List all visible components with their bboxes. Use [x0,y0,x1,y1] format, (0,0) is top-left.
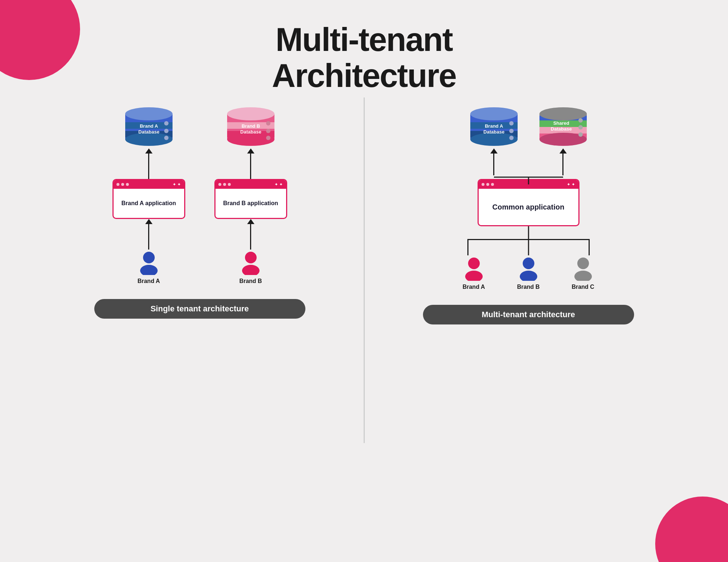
svg-text:Brand A: Brand A [484,123,503,129]
single-tenant-label: Single tenant architecture [94,299,305,319]
common-app-label: Common application [492,202,565,212]
multi-tenant-label: Multi-tenant architecture [423,305,634,324]
svg-point-10 [143,252,155,263]
browser-dot-2 [121,183,124,186]
svg-text:Brand A: Brand A [139,123,158,129]
brand-a-app: ✦ ✦ Brand A application [112,179,185,219]
svg-point-30 [509,129,514,133]
svg-point-29 [509,121,514,125]
single-tenant-section: Brand A Database ✦ ✦ [36,97,364,319]
brand-a-database: Brand A Database [123,105,174,148]
multi-brand-b-avatar [516,255,541,281]
svg-point-49 [520,271,537,281]
main-title: Multi-tenant Architecture [0,0,728,94]
svg-point-19 [266,136,270,140]
svg-point-22 [245,252,257,263]
svg-point-50 [577,258,589,269]
brand-b-avatar-icon [238,250,264,275]
brand-b-user-label: Brand B [239,278,262,284]
brand-a-user-label: Brand A [138,278,160,284]
multi-brand-c-avatar [570,255,596,281]
svg-point-7 [164,136,169,140]
brand-a-column: Brand A Database ✦ ✦ [112,105,185,284]
brand-b-app: ✦ ✦ Brand B application [214,179,287,219]
multi-brand-c-label: Brand C [571,284,594,290]
svg-point-46 [468,258,480,269]
svg-text:Brand B: Brand B [241,123,260,129]
brand-b-db-arrow [247,148,254,179]
brand-b-column: Brand B Database ✦ ✦ [214,105,287,284]
svg-text:Shared: Shared [553,120,569,126]
svg-text:Database: Database [240,129,261,135]
browser-dot-1 [116,183,119,186]
tree-connector [452,226,605,255]
multi-brand-a-database: Brand A Database [468,105,519,148]
svg-point-31 [509,136,514,140]
svg-point-18 [266,129,270,133]
browser-dot-3 [126,183,129,186]
svg-point-47 [465,271,483,281]
multi-db-row: Brand A Database [468,105,589,148]
svg-text:Database: Database [551,126,572,132]
svg-point-4 [125,107,173,120]
svg-point-43 [578,132,583,137]
multi-brand-a-label: Brand A [463,284,485,290]
svg-point-17 [266,121,270,125]
svg-text:Database: Database [483,129,505,135]
svg-text:Database: Database [138,129,159,135]
brand-a-user-arrow [145,219,153,250]
svg-point-11 [140,265,158,275]
multi-brand-a-user: Brand A [452,255,496,290]
svg-point-28 [470,107,518,120]
corner-decoration-bottom-right [655,497,728,562]
brand-a-app-label: Brand A application [122,199,176,207]
brand-a-db-arrow [145,148,153,179]
svg-point-42 [578,125,583,129]
brand-b-user: Brand B [238,250,264,284]
svg-point-23 [242,265,260,275]
brand-b-database: Brand B Database [225,105,276,148]
svg-point-6 [164,129,169,133]
multi-users-row: Brand A Brand B Brand C [452,255,605,290]
multi-tenant-section: Brand A Database [365,97,692,324]
brand-a-user: Brand A [136,250,162,284]
svg-point-48 [523,258,534,269]
svg-rect-40 [539,114,587,116]
svg-point-5 [164,121,169,125]
multi-brand-c-user: Brand C [561,255,605,290]
shared-database: Shared Database [538,105,589,148]
multi-top-connector [468,175,589,179]
multi-brand-a-avatar [461,255,487,281]
multi-brand-b-user: Brand B [507,255,550,290]
svg-point-41 [578,118,583,123]
brand-b-app-label: Brand B application [223,199,278,207]
common-app: ✦ ✦ Common application [478,179,579,226]
svg-point-16 [227,107,274,120]
multi-db-arrows [468,148,589,175]
svg-point-51 [574,271,592,281]
brand-b-user-arrow [247,219,254,250]
brand-a-avatar-icon [136,250,162,275]
multi-brand-b-label: Brand B [517,284,539,290]
